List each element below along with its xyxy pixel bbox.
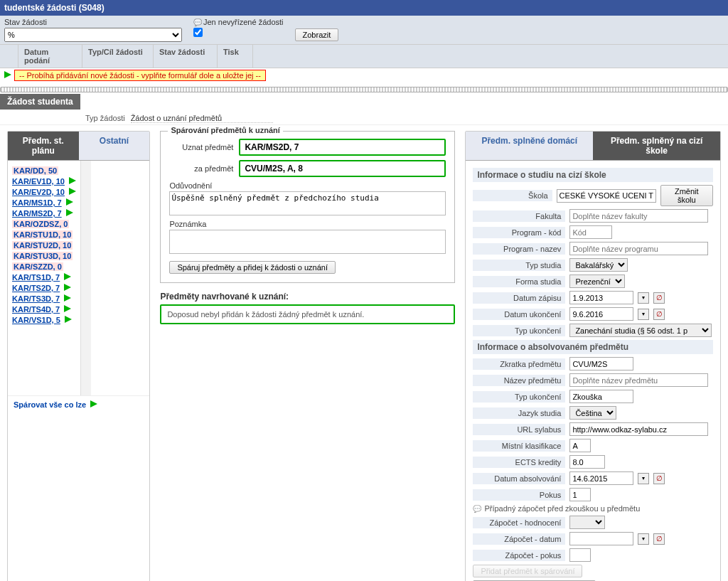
enroll-date-input[interactable] <box>569 291 633 304</box>
study-type-select[interactable]: Bakalářský <box>569 258 628 272</box>
course-item[interactable]: KAR/TS1D, 7 <box>12 273 76 282</box>
tab-other[interactable]: Ostatní <box>79 132 150 161</box>
subject-endtype-input[interactable] <box>569 390 633 403</box>
course-link[interactable]: KAR/SZZD, 0 <box>12 262 63 271</box>
window-title: tudentské žádosti (S048) <box>0 0 728 16</box>
col-date: Datum podání <box>18 45 82 68</box>
arrow-right-icon <box>69 188 76 196</box>
study-form-select[interactable]: Prezenční <box>569 274 625 288</box>
course-link[interactable]: KAR/TS1D, 7 <box>12 273 60 282</box>
program-name-input[interactable] <box>569 242 708 255</box>
proposed-heading: Předměty navrhované k uznání: <box>160 292 455 302</box>
scrollbar[interactable] <box>80 161 91 395</box>
course-item[interactable]: KAR/VS1D, 5 <box>12 316 76 324</box>
arrow-right-icon <box>64 294 71 303</box>
course-link[interactable]: KAR/DD, 50 <box>12 166 58 175</box>
course-item[interactable]: KAR/MS2D, 7 <box>12 209 76 218</box>
course-link[interactable]: KAR/EV1D, 10 <box>12 177 65 186</box>
calendar-icon[interactable]: ▾ <box>638 533 649 545</box>
subject-ects-input[interactable] <box>569 455 605 469</box>
pair-all-link[interactable]: Spárovat vše co lze <box>8 395 149 413</box>
arrow-right-icon <box>90 400 97 409</box>
course-link[interactable]: KAR/TS3D, 7 <box>12 294 60 303</box>
calendar-icon[interactable]: ▾ <box>638 309 649 320</box>
grid-header: Datum podání Typ/Cíl žádosti Stav žádost… <box>0 44 728 68</box>
state-label: Stav žádosti <box>4 18 182 26</box>
filter-bar: Stav žádosti % Jen nevyřízené žádosti Zo… <box>0 16 728 44</box>
course-list[interactable]: KAR/DD, 50KAR/EV1D, 10KAR/EV2D, 10KAR/MS… <box>8 161 80 388</box>
subject-name-input[interactable] <box>569 373 708 387</box>
school-input[interactable] <box>557 189 656 203</box>
clear-icon[interactable]: ∅ <box>653 473 665 484</box>
credit-grade-select[interactable] <box>569 516 605 529</box>
end-type-select[interactable]: Zanechání studia (§ 56 odst. 1 p <box>569 324 712 337</box>
arrow-right-icon <box>65 316 72 324</box>
bubble-icon <box>473 504 481 513</box>
state-select[interactable]: % <box>4 28 182 42</box>
note-textarea[interactable] <box>169 230 446 254</box>
course-link[interactable]: KAR/STU3D, 10 <box>12 252 73 260</box>
course-link[interactable]: KAR/OZDSZ, 0 <box>12 220 69 228</box>
course-item[interactable]: KAR/STU2D, 10 <box>12 241 76 250</box>
credit-date-input[interactable] <box>569 532 633 545</box>
splitter-handle[interactable] <box>0 87 728 92</box>
arrow-right-icon <box>4 71 11 80</box>
clear-icon[interactable]: ∅ <box>653 292 665 304</box>
pairing-fieldset: Spárování předmětů k uznání Uznat předmě… <box>160 131 455 283</box>
credit-attempt-input[interactable] <box>569 548 591 562</box>
course-link[interactable]: KAR/VS1D, 5 <box>12 316 60 324</box>
course-item[interactable]: KAR/EV2D, 10 <box>12 188 76 196</box>
section-tab: Žádost studenta <box>0 94 80 110</box>
recognize-input[interactable] <box>239 139 446 156</box>
justification-textarea[interactable]: Úspěšně splněný předmět z předchozího st… <box>169 191 446 215</box>
subject-grad-date-input[interactable] <box>569 471 633 485</box>
col-type: Typ/Cíl žádosti <box>82 45 154 68</box>
course-link[interactable]: KAR/MS2D, 7 <box>12 209 62 218</box>
course-item[interactable]: KAR/STU1D, 10 <box>12 230 76 239</box>
proposed-empty-box: Doposud nebyl přidán k žádosti žádný pře… <box>160 304 455 324</box>
course-item[interactable]: KAR/SZZD, 0 <box>12 262 76 271</box>
tab-home-subjects[interactable]: Předm. splněné domácí <box>466 132 593 161</box>
for-input[interactable] <box>239 160 446 177</box>
tab-foreign-subject[interactable]: Předm. splněný na cizí škole <box>593 132 720 161</box>
course-link[interactable]: KAR/TS4D, 7 <box>12 305 60 314</box>
course-link[interactable]: KAR/EV2D, 10 <box>12 188 65 196</box>
faculty-input[interactable] <box>569 209 708 223</box>
pair-button[interactable]: Spáruj předměty a přidej k žádosti o uzn… <box>169 261 336 274</box>
col-print: Tisk <box>218 45 253 68</box>
course-link[interactable]: KAR/MS1D, 7 <box>12 198 62 207</box>
course-item[interactable]: KAR/MS1D, 7 <box>12 198 76 207</box>
calendar-icon[interactable]: ▾ <box>638 292 649 304</box>
course-item[interactable]: KAR/OZDSZ, 0 <box>12 220 76 228</box>
recognize-label: Uznat předmět <box>169 143 233 151</box>
course-item[interactable]: KAR/EV1D, 10 <box>12 177 76 186</box>
end-date-input[interactable] <box>569 307 633 321</box>
arrow-right-icon <box>69 177 76 186</box>
clear-icon[interactable]: ∅ <box>653 309 665 320</box>
subject-url-input[interactable] <box>569 422 708 436</box>
col-state: Stav žádosti <box>154 45 218 68</box>
course-item[interactable]: KAR/TS4D, 7 <box>12 305 76 314</box>
subject-abbr-input[interactable] <box>569 357 633 371</box>
subject-lang-select[interactable]: Čeština <box>569 406 616 420</box>
clear-icon[interactable]: ∅ <box>653 533 665 545</box>
subject-attempt-input[interactable] <box>569 488 591 501</box>
course-item[interactable]: KAR/STU3D, 10 <box>12 252 76 260</box>
show-button[interactable]: Zobrazit <box>295 28 339 41</box>
course-item[interactable]: KAR/DD, 50 <box>12 166 76 175</box>
type-row: Typ žádosti Žádost o uznání předmětů <box>0 110 728 124</box>
only-open-checkbox[interactable] <box>193 28 203 37</box>
course-item[interactable]: KAR/TS2D, 7 <box>12 284 76 292</box>
course-link[interactable]: KAR/TS2D, 7 <box>12 284 60 292</box>
calendar-icon[interactable]: ▾ <box>638 473 649 484</box>
note-label: Poznámka <box>169 220 446 228</box>
change-school-button[interactable]: Změnit školu <box>660 185 713 206</box>
tab-plan[interactable]: Předm. st. plánu <box>8 132 79 161</box>
course-item[interactable]: KAR/TS3D, 7 <box>12 294 76 303</box>
course-link[interactable]: KAR/STU2D, 10 <box>12 241 73 250</box>
arrow-right-icon <box>66 198 73 207</box>
only-open-label: Jen nevyřízené žádosti <box>203 18 284 26</box>
course-link[interactable]: KAR/STU1D, 10 <box>12 230 73 239</box>
program-code-input[interactable] <box>569 225 612 239</box>
subject-grade-input[interactable] <box>569 439 591 452</box>
